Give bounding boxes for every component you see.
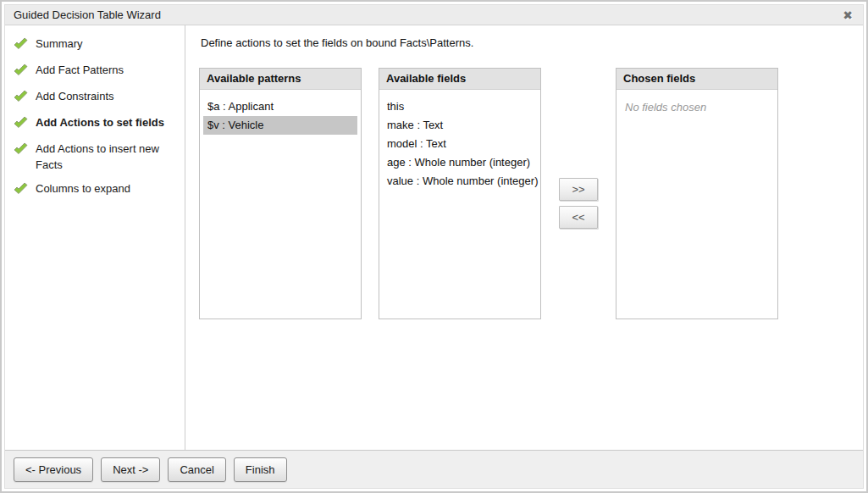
instruction-text: Define actions to set the fields on boun…	[201, 36, 863, 49]
step-columns-to-expand[interactable]: Columns to expand	[14, 180, 178, 199]
add-fields-button[interactable]: >>	[559, 178, 598, 201]
check-icon	[14, 36, 28, 54]
cancel-button[interactable]: Cancel	[168, 457, 225, 482]
no-fields-chosen-text: No fields chosen	[620, 97, 774, 117]
chosen-fields-header: Chosen fields	[616, 69, 777, 90]
transfer-panels: Available patterns $a : Applicant $v : V…	[199, 68, 863, 319]
titlebar: Guided Decision Table Wizard ✖	[5, 5, 863, 25]
next-button[interactable]: Next ->	[101, 457, 160, 482]
available-patterns-header: Available patterns	[200, 69, 361, 90]
close-icon[interactable]: ✖	[843, 9, 853, 21]
finish-button[interactable]: Finish	[234, 457, 287, 482]
previous-button[interactable]: <- Previous	[14, 457, 93, 482]
check-icon	[14, 141, 28, 159]
field-item-model[interactable]: model : Text	[383, 135, 537, 153]
step-summary[interactable]: Summary	[14, 36, 178, 54]
check-icon	[14, 62, 28, 80]
step-label: Add Actions to insert new Facts	[36, 141, 178, 173]
wizard-footer: <- Previous Next -> Cancel Finish	[5, 450, 863, 488]
field-item-this[interactable]: this	[383, 97, 537, 116]
chosen-fields-panel: Chosen fields No fields chosen	[616, 68, 778, 319]
available-fields-list: this make : Text model : Text age : Whol…	[379, 90, 540, 198]
available-patterns-list: $a : Applicant $v : Vehicle	[200, 90, 361, 142]
wizard-steps-sidebar: Summary Add Fact Patterns Add Constraint…	[5, 25, 185, 450]
field-item-value[interactable]: value : Whole number (integer)	[383, 172, 537, 191]
available-fields-panel: Available fields this make : Text model …	[379, 68, 541, 319]
step-content: Define actions to set the fields on boun…	[185, 25, 863, 450]
step-label: Add Actions to set fields	[36, 114, 164, 130]
wizard-dialog: Guided Decision Table Wizard ✖ Summary A…	[4, 4, 864, 489]
available-fields-header: Available fields	[379, 69, 540, 90]
step-add-actions-insert-facts[interactable]: Add Actions to insert new Facts	[14, 141, 178, 173]
field-item-age[interactable]: age : Whole number (integer)	[383, 153, 537, 172]
field-item-make[interactable]: make : Text	[383, 116, 537, 135]
remove-fields-button[interactable]: <<	[559, 206, 598, 229]
chosen-fields-list: No fields chosen	[616, 90, 777, 125]
pattern-item-vehicle[interactable]: $v : Vehicle	[203, 116, 357, 135]
step-add-constraints[interactable]: Add Constraints	[14, 88, 178, 107]
dialog-body: Summary Add Fact Patterns Add Constraint…	[5, 25, 863, 450]
check-icon	[14, 114, 28, 133]
step-label: Columns to expand	[36, 180, 130, 197]
available-patterns-panel: Available patterns $a : Applicant $v : V…	[199, 68, 362, 319]
step-label: Add Constraints	[36, 88, 114, 104]
step-label: Add Fact Patterns	[36, 62, 124, 78]
check-icon	[14, 88, 28, 107]
step-add-actions-set-fields[interactable]: Add Actions to set fields	[14, 114, 178, 133]
transfer-buttons: >> <<	[541, 68, 616, 229]
step-label: Summary	[36, 36, 83, 52]
step-add-fact-patterns[interactable]: Add Fact Patterns	[14, 62, 178, 80]
pattern-item-applicant[interactable]: $a : Applicant	[203, 97, 357, 116]
check-icon	[14, 180, 28, 199]
window-title: Guided Decision Table Wizard	[14, 8, 161, 21]
